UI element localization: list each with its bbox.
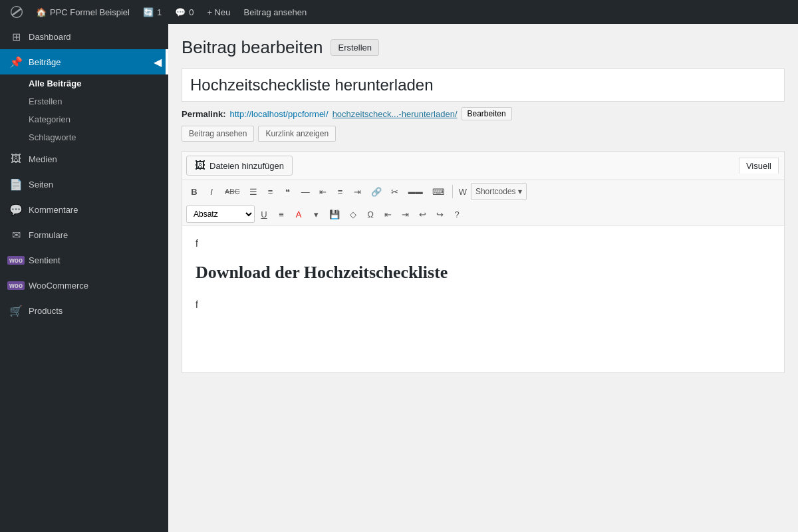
tab-visuell[interactable]: Visuell <box>739 158 779 174</box>
ol-button[interactable]: ≡ <box>263 183 279 200</box>
erstellen-button[interactable]: Erstellen <box>331 39 379 56</box>
toolbar-row-2: Absatz Überschrift 1 Überschrift 2 Übers… <box>182 203 784 225</box>
add-media-icon: 🖼 <box>195 160 205 172</box>
action-buttons-row: Beitrag ansehen Kurzlink anzeigen <box>182 126 785 142</box>
align-right-button[interactable]: ⇥ <box>350 183 366 200</box>
seiten-icon: 📄 <box>10 178 22 190</box>
text-color-button[interactable]: A <box>291 205 307 223</box>
sidebar-sub-alle-beitraege[interactable]: Alle Beiträge <box>0 74 168 92</box>
align-left-button[interactable]: ⇤ <box>315 183 331 200</box>
beitraege-icon: 📌 <box>10 56 22 68</box>
sidebar-item-formulare[interactable]: ✉ Formulare <box>0 222 168 247</box>
justify-button[interactable]: ≡ <box>273 205 289 223</box>
sentient-icon: woo <box>10 254 22 266</box>
redo-button[interactable]: ↪ <box>432 205 448 223</box>
permalink-slug[interactable]: hochzeitscheck...-herunterladen/ <box>332 109 458 119</box>
home-icon: 🏠 <box>36 7 47 17</box>
formulare-icon: ✉ <box>10 229 22 241</box>
more-button[interactable]: ▬▬ <box>404 183 427 200</box>
medien-icon: 🖼 <box>10 153 22 165</box>
bold-button[interactable]: B <box>186 183 202 200</box>
woocommerce-icon: woo <box>10 279 22 291</box>
content-para-1: f <box>196 236 771 251</box>
editor-content[interactable]: f Download der Hochzeitscheckliste f <box>182 226 784 372</box>
content-para-2: f <box>196 297 771 312</box>
kurzlink-button[interactable]: Kurzlink anzeigen <box>258 126 336 142</box>
active-indicator: ◀ <box>154 56 162 68</box>
permalink-edit-button[interactable]: Bearbeiten <box>462 107 512 120</box>
dashboard-icon: ⊞ <box>10 31 22 43</box>
add-media-button[interactable]: 🖼 Dateien hinzufügen <box>186 156 293 176</box>
sidebar-sub-erstellen[interactable]: Erstellen <box>0 92 168 110</box>
updates-bar[interactable]: 🔄 1 <box>138 0 167 24</box>
sidebar-item-woocommerce[interactable]: woo WooCommerce <box>0 273 168 298</box>
sidebar-item-kommentare[interactable]: 💬 Kommentare <box>0 197 168 222</box>
post-title-input[interactable] <box>182 68 785 102</box>
editor-container: 🖼 Dateien hinzufügen Visuell B I ABC ☰ ≡… <box>182 151 785 373</box>
site-name-bar[interactable]: 🏠 PPC Formel Beispiel <box>31 0 135 24</box>
w-icon: W <box>456 187 469 197</box>
page-title: Beitrag bearbeiten <box>182 37 323 58</box>
link-button[interactable]: 🔗 <box>367 183 386 200</box>
sidebar-item-sentient[interactable]: woo Sentient <box>0 247 168 273</box>
content-area: Beitrag bearbeiten Erstellen Permalink: … <box>168 24 798 532</box>
underline-button[interactable]: U <box>256 205 272 223</box>
permalink-bar: Permalink: http://localhost/ppcformel/ h… <box>182 107 785 120</box>
kommentare-icon: 💬 <box>10 203 22 215</box>
indent-button[interactable]: ⇥ <box>397 205 413 223</box>
sidebar: ⊞ Dashboard 📌 Beiträge ◀ Alle Beiträge E… <box>0 24 168 532</box>
permalink-base: http://localhost/ppcformel/ <box>229 109 328 119</box>
sidebar-item-seiten[interactable]: 📄 Seiten <box>0 172 168 197</box>
new-post-bar[interactable]: + Neu <box>201 0 235 24</box>
text-color-picker[interactable]: ▾ <box>308 205 324 223</box>
toolbar-row-1: B I ABC ☰ ≡ ❝ — ⇤ ≡ ⇥ 🔗 ✂ ▬▬ ⌨ W <box>182 180 784 203</box>
ul-button[interactable]: ☰ <box>245 183 261 200</box>
beitrag-ansehen-button[interactable]: Beitrag ansehen <box>182 126 254 142</box>
shortcodes-chevron: ▾ <box>518 187 522 196</box>
outdent-button[interactable]: ⇤ <box>380 205 396 223</box>
paragraph-select[interactable]: Absatz Überschrift 1 Überschrift 2 Übers… <box>186 205 255 223</box>
blockquote-button[interactable]: ❝ <box>280 183 296 200</box>
keyboard-button[interactable]: ⌨ <box>428 183 449 200</box>
omega-button[interactable]: Ω <box>362 205 378 223</box>
admin-bar: 🏠 PPC Formel Beispiel 🔄 1 💬 0 + Neu Beit… <box>0 0 798 24</box>
comments-bar[interactable]: 💬 0 <box>170 0 199 24</box>
shortcodes-button[interactable]: Shortcodes ▾ <box>471 183 527 200</box>
save-draft-button[interactable]: 💾 <box>325 205 344 223</box>
strikethrough-button[interactable]: ABC <box>221 183 244 200</box>
undo-button[interactable]: ↩ <box>414 205 430 223</box>
sidebar-item-beitraege[interactable]: 📌 Beiträge ◀ <box>0 49 168 74</box>
toolbar-sep-1 <box>452 185 453 198</box>
content-heading: Download der Hochzeitscheckliste <box>196 259 771 287</box>
align-center-button[interactable]: ≡ <box>332 183 348 200</box>
updates-icon: 🔄 <box>143 7 154 17</box>
erase-button[interactable]: ◇ <box>345 205 361 223</box>
sidebar-item-dashboard[interactable]: ⊞ Dashboard <box>0 24 168 49</box>
sidebar-item-products[interactable]: 🛒 Products <box>0 298 168 323</box>
page-header: Beitrag bearbeiten Erstellen <box>182 37 785 58</box>
products-icon: 🛒 <box>10 305 22 317</box>
permalink-label: Permalink: <box>182 109 225 119</box>
sidebar-sub-schlagworte[interactable]: Schlagworte <box>0 128 168 146</box>
sidebar-item-medien[interactable]: 🖼 Medien <box>0 146 168 172</box>
wp-logo[interactable] <box>5 0 28 24</box>
sidebar-sub-kategorien[interactable]: Kategorien <box>0 110 168 128</box>
unlink-button[interactable]: ✂ <box>387 183 403 200</box>
comments-icon: 💬 <box>175 7 186 17</box>
view-post-bar[interactable]: Beitrag ansehen <box>238 0 312 24</box>
italic-button[interactable]: I <box>203 183 219 200</box>
help-button[interactable]: ? <box>449 205 465 223</box>
editor-toolbar: B I ABC ☰ ≡ ❝ — ⇤ ≡ ⇥ 🔗 ✂ ▬▬ ⌨ W <box>182 180 784 226</box>
dash-button[interactable]: — <box>297 183 314 200</box>
